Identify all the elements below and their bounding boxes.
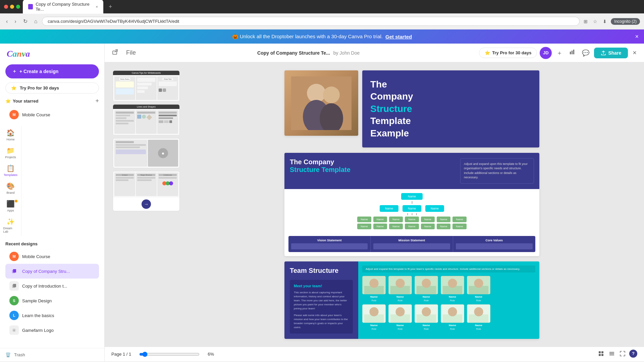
banner-link[interactable]: Get started [385,34,412,40]
editor-close-button[interactable]: × [631,47,639,59]
title-line-3: Structure [370,104,412,114]
share-button[interactable]: Share [594,48,628,58]
svg-rect-52 [609,355,614,355]
author-text: by John Doe [333,50,360,56]
svg-point-24 [422,279,431,288]
bookmark-icon[interactable]: ☆ [592,17,599,25]
svg-rect-50 [609,352,614,353]
try-pro-header-button[interactable]: ⭐ Try Pro for 30 days [479,48,537,58]
org-box-l3-6: Name [437,217,450,222]
values-col: Core Values [453,236,535,252]
sidebar-item-mobile-course-starred[interactable]: M Mobile Course [5,107,99,122]
thumbnail-1[interactable]: Canva Tips for Whiteboards Sticky Notes [113,70,180,102]
zoom-slider[interactable] [139,352,200,357]
vertical-nav: 🏠 Home 📁 Projects 📋 Templates 🎨 Brand [0,123,104,239]
next-page-button[interactable]: → [142,199,151,209]
sidebar: Canva ＋ + Create a design ⭐ Try Pro for … [0,44,105,361]
sidebar-item-projects[interactable]: 📁 Projects [1,144,20,162]
sidebar-item-templates[interactable]: 📋 Templates [1,162,20,179]
member-4-role: Role [450,299,455,302]
org-title-highlight: Structure Template [290,166,351,173]
recent-section: Recent designs M Mobile Course Copy of C… [0,239,104,339]
forward-button[interactable]: › [12,17,18,26]
sidebar-item-copy-company[interactable]: Copy of Company Stru... [5,264,99,279]
starred-section: ⭐ Your starred + M Mobile Course [0,95,104,123]
sidebar-item-learn-basics[interactable]: L Learn the basics [5,308,99,323]
download-icon[interactable]: ⬇ [601,17,608,25]
svg-rect-15 [291,76,352,130]
minimize-btn[interactable] [10,5,14,9]
sidebar-item-sample-design[interactable]: S Sample Design [5,293,99,308]
top-banner: 🎃 Unlock all the Droptober launches with… [0,29,644,44]
grid-view-button[interactable] [597,350,605,359]
address-bar[interactable]: canva.com/design/DAGVwWI7eDw/TByK4I4V6ud… [42,17,580,26]
learn-basics-label: Learn the basics [22,313,54,318]
fullscreen-button[interactable] [619,350,627,359]
create-design-button[interactable]: ＋ + Create a design [5,64,99,78]
try-pro-sidebar-label: Try Pro for 30 days [20,85,59,90]
org-box-l3-2: Name [373,217,387,222]
analytics-button[interactable] [567,47,577,59]
member-1-role: Role [372,299,376,302]
list-view-button[interactable] [608,350,616,359]
file-menu-button[interactable]: File [124,47,138,58]
tab-close-icon[interactable]: × [96,5,98,9]
trash-button[interactable]: 🗑️ Trash [0,348,104,361]
svg-rect-47 [601,351,603,353]
mission-col: Mission Statement [371,236,453,252]
extensions-icon[interactable]: ⊞ [582,17,589,25]
sidebar-item-apps[interactable]: ⬛ Apps [1,197,20,215]
external-link-button[interactable] [110,47,120,59]
refresh-button[interactable]: ↻ [21,17,30,26]
svg-rect-48 [599,354,601,356]
browser-tab[interactable]: Copy of Company Structure Te... × [23,0,103,14]
member-8-role: Role [424,328,429,330]
footer-icons: ? [597,350,637,359]
copy-company-icon [9,266,19,276]
maximize-btn[interactable] [16,5,20,9]
trash-icon: 🗑️ [5,352,11,357]
sidebar-item-copy-intro[interactable]: Copy of Introduction t... [5,279,99,293]
help-button[interactable]: ? [629,350,637,358]
sidebar-item-gamefarm-logo[interactable]: G Gamefarm Logo [5,323,99,338]
team-member-2: Name Role [388,276,412,302]
team-left-panel: Team Structure Meet your team! This sect… [284,261,358,339]
star-icon: ⭐ [485,50,490,55]
sidebar-item-brand[interactable]: 🎨 Brand [1,179,20,197]
try-pro-sidebar-button[interactable]: ⭐ Try Pro for 30 days [5,82,99,94]
header-title: Copy of Company Structure Te... by John … [142,50,475,56]
file-label: File [126,49,136,56]
thumbnail-3[interactable]: ● [113,138,180,168]
svg-rect-46 [599,351,601,353]
canva-logo: Canva [7,49,30,59]
learn-basics-avatar: L [9,311,19,320]
thumbnail-4[interactable]: Embed Magic Shortcut Collaborate [113,171,180,211]
photo-card [284,70,358,136]
sidebar-item-mobile-course-recent[interactable]: M Mobile Course [5,249,99,264]
sidebar-item-home[interactable]: 🏠 Home [1,126,20,144]
comments-button[interactable]: 💬 [580,47,591,59]
try-pro-header-label: Try Pro for 30 days [492,50,531,55]
org-box-l4-5: Name [421,224,435,229]
svg-rect-3 [13,284,16,287]
add-collaborator-button[interactable]: ＋ [554,47,565,59]
incognito-badge: Incognito (2) [611,18,640,25]
home-button[interactable]: ⌂ [32,17,40,26]
banner-close-button[interactable]: × [635,33,639,40]
starred-add-button[interactable]: + [95,98,99,105]
new-tab-button[interactable]: + [106,3,115,10]
org-box-l4-3: Name [389,224,403,229]
copy-company-label: Copy of Company Stru... [22,269,70,274]
close-btn[interactable] [4,5,8,9]
tab-title: Copy of Company Structure Te... [36,2,92,12]
starred-section-header: ⭐ Your starred + [5,98,99,105]
svg-rect-9 [573,50,574,54]
sidebar-item-dreamlab[interactable]: ✨ Dream Lab [1,215,20,236]
thumbnail-2[interactable]: Lines and Shapes [113,104,180,135]
org-box-l2-1: Name [380,205,398,212]
thumbnails-panel: Canva Tips for Whiteboards Sticky Notes [113,70,180,211]
canvas-area: Canva Tips for Whiteboards Sticky Notes [105,62,644,347]
editor-footer: Page 1 / 1 6% ? [105,347,644,361]
back-button[interactable]: ‹ [4,17,10,26]
team-right-panel: Adjust and expand this template to fit y… [358,261,539,339]
